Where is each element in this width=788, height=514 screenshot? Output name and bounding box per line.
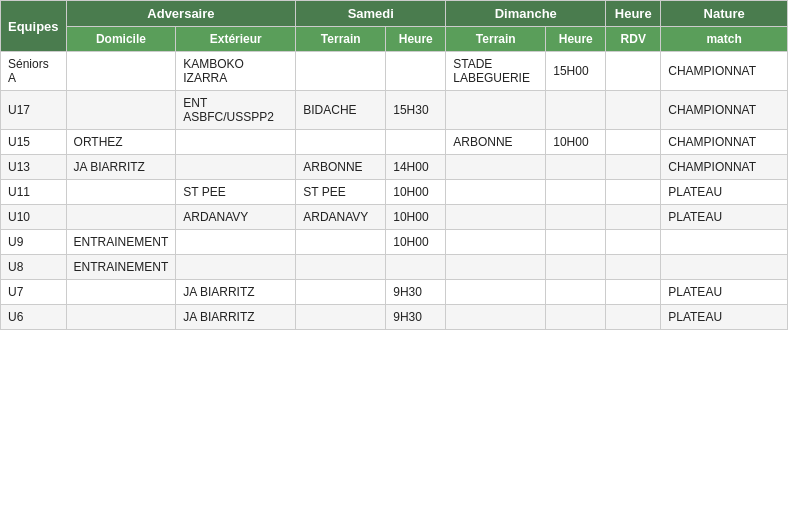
cell-nature: PLATEAU bbox=[661, 180, 788, 205]
cell-dim-terrain bbox=[446, 155, 546, 180]
table-row: U9ENTRAINEMENT10H00 bbox=[1, 230, 788, 255]
cell-domicile bbox=[66, 52, 176, 91]
cell-domicile bbox=[66, 305, 176, 330]
table-row: U6JA BIARRITZ9H30PLATEAU bbox=[1, 305, 788, 330]
cell-nature: CHAMPIONNAT bbox=[661, 155, 788, 180]
cell-dim-terrain bbox=[446, 305, 546, 330]
cell-rdv bbox=[606, 255, 661, 280]
cell-sam-heure: 14H00 bbox=[386, 155, 446, 180]
cell-nature: CHAMPIONNAT bbox=[661, 130, 788, 155]
cell-nature: CHAMPIONNAT bbox=[661, 91, 788, 130]
cell-equipe: U10 bbox=[1, 205, 67, 230]
cell-dim-terrain bbox=[446, 91, 546, 130]
cell-sam-heure: 9H30 bbox=[386, 305, 446, 330]
cell-sam-terrain bbox=[296, 280, 386, 305]
cell-sam-terrain bbox=[296, 130, 386, 155]
col-exterieur-header: Extérieur bbox=[176, 27, 296, 52]
cell-sam-terrain bbox=[296, 52, 386, 91]
cell-sam-heure: 10H00 bbox=[386, 205, 446, 230]
cell-rdv bbox=[606, 180, 661, 205]
cell-sam-heure bbox=[386, 130, 446, 155]
cell-domicile bbox=[66, 205, 176, 230]
cell-dim-terrain: ARBONNE bbox=[446, 130, 546, 155]
col-domicile-header: Domicile bbox=[66, 27, 176, 52]
cell-exterieur: JA BIARRITZ bbox=[176, 280, 296, 305]
cell-sam-heure: 10H00 bbox=[386, 180, 446, 205]
table-row: U7JA BIARRITZ9H30PLATEAU bbox=[1, 280, 788, 305]
cell-rdv bbox=[606, 305, 661, 330]
cell-domicile bbox=[66, 180, 176, 205]
cell-dim-heure: 15H00 bbox=[546, 52, 606, 91]
cell-dim-heure bbox=[546, 280, 606, 305]
cell-sam-terrain: ST PEE bbox=[296, 180, 386, 205]
cell-rdv bbox=[606, 130, 661, 155]
cell-sam-heure: 10H00 bbox=[386, 230, 446, 255]
cell-dim-terrain bbox=[446, 255, 546, 280]
cell-dim-heure bbox=[546, 205, 606, 230]
cell-exterieur bbox=[176, 255, 296, 280]
cell-dim-terrain bbox=[446, 280, 546, 305]
cell-nature: CHAMPIONNAT bbox=[661, 52, 788, 91]
cell-sam-heure: 15H30 bbox=[386, 91, 446, 130]
cell-rdv bbox=[606, 155, 661, 180]
col-rdv-header: RDV bbox=[606, 27, 661, 52]
cell-dim-heure bbox=[546, 180, 606, 205]
cell-dim-heure bbox=[546, 255, 606, 280]
header-row-1: Equipes Adversaire Samedi Dimanche Heure… bbox=[1, 1, 788, 27]
cell-rdv bbox=[606, 52, 661, 91]
cell-nature bbox=[661, 255, 788, 280]
col-dimanche-header: Dimanche bbox=[446, 1, 606, 27]
cell-dim-heure bbox=[546, 155, 606, 180]
cell-rdv bbox=[606, 205, 661, 230]
cell-sam-heure bbox=[386, 255, 446, 280]
col-adversaire-header: Adversaire bbox=[66, 1, 296, 27]
col-nature-header: Nature bbox=[661, 1, 788, 27]
cell-dim-terrain bbox=[446, 180, 546, 205]
cell-dim-heure bbox=[546, 230, 606, 255]
cell-dim-heure: 10H00 bbox=[546, 130, 606, 155]
cell-equipe: U15 bbox=[1, 130, 67, 155]
cell-dim-terrain bbox=[446, 230, 546, 255]
cell-sam-terrain: ARBONNE bbox=[296, 155, 386, 180]
cell-exterieur: ARDANAVY bbox=[176, 205, 296, 230]
table-row: U17ENT ASBFC/USSPP2BIDACHE15H30CHAMPIONN… bbox=[1, 91, 788, 130]
cell-domicile: JA BIARRITZ bbox=[66, 155, 176, 180]
cell-equipe: U11 bbox=[1, 180, 67, 205]
col-samedi-header: Samedi bbox=[296, 1, 446, 27]
cell-domicile: ENTRAINEMENT bbox=[66, 230, 176, 255]
cell-exterieur bbox=[176, 155, 296, 180]
cell-exterieur: ST PEE bbox=[176, 180, 296, 205]
cell-sam-terrain bbox=[296, 305, 386, 330]
cell-dim-heure bbox=[546, 305, 606, 330]
cell-dim-terrain bbox=[446, 205, 546, 230]
table-row: U10ARDANAVYARDANAVY10H00PLATEAU bbox=[1, 205, 788, 230]
cell-exterieur: ENT ASBFC/USSPP2 bbox=[176, 91, 296, 130]
table-row: U8ENTRAINEMENT bbox=[1, 255, 788, 280]
cell-domicile bbox=[66, 91, 176, 130]
cell-sam-terrain: BIDACHE bbox=[296, 91, 386, 130]
cell-rdv bbox=[606, 230, 661, 255]
cell-sam-terrain bbox=[296, 230, 386, 255]
col-sam-heure-header: Heure bbox=[386, 27, 446, 52]
cell-domicile: ORTHEZ bbox=[66, 130, 176, 155]
cell-equipe: Séniors A bbox=[1, 52, 67, 91]
col-match-header: match bbox=[661, 27, 788, 52]
cell-equipe: U7 bbox=[1, 280, 67, 305]
cell-sam-terrain bbox=[296, 255, 386, 280]
cell-domicile bbox=[66, 280, 176, 305]
cell-sam-heure bbox=[386, 52, 446, 91]
cell-exterieur bbox=[176, 230, 296, 255]
cell-equipe: U13 bbox=[1, 155, 67, 180]
col-sam-terrain-header: Terrain bbox=[296, 27, 386, 52]
cell-rdv bbox=[606, 280, 661, 305]
cell-exterieur: JA BIARRITZ bbox=[176, 305, 296, 330]
cell-equipe: U6 bbox=[1, 305, 67, 330]
cell-sam-terrain: ARDANAVY bbox=[296, 205, 386, 230]
table-row: U13JA BIARRITZARBONNE14H00CHAMPIONNAT bbox=[1, 155, 788, 180]
cell-exterieur: KAMBOKO IZARRA bbox=[176, 52, 296, 91]
cell-dim-terrain: STADE LABEGUERIE bbox=[446, 52, 546, 91]
table-row: U15ORTHEZARBONNE10H00CHAMPIONNAT bbox=[1, 130, 788, 155]
header-row-2: Domicile Extérieur Terrain Heure Terrain… bbox=[1, 27, 788, 52]
cell-equipe: U9 bbox=[1, 230, 67, 255]
col-dim-terrain-header: Terrain bbox=[446, 27, 546, 52]
